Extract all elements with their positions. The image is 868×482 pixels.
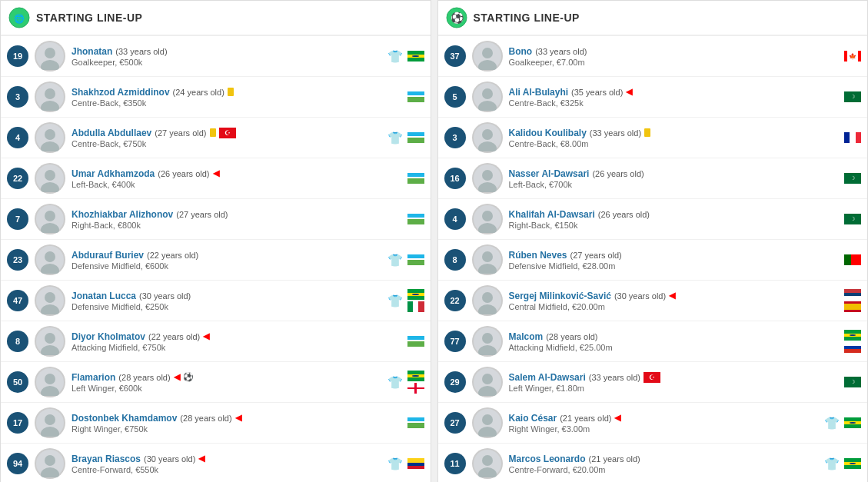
player-name[interactable]: Bono (509, 46, 533, 57)
player-action-icons: 👕 (387, 131, 403, 145)
player-age: (21 years old) (589, 454, 640, 464)
player-info: Bono (33 years old) Goalkeeper, €7.00m (509, 46, 837, 67)
red-arrow-icon: ◀ (614, 413, 620, 423)
svg-text:🌐: 🌐 (14, 13, 25, 24)
team-logo: ⚽ (446, 7, 467, 28)
flag-br (407, 371, 424, 381)
player-name[interactable]: Kaio César (509, 413, 557, 424)
player-name[interactable]: Ali Al-Bulayhi (509, 87, 569, 98)
player-detail: Centre-Back, €325k (509, 98, 837, 108)
player-detail: Left Winger, €1.80m (509, 384, 837, 393)
shirt-icon: 👕 (387, 457, 403, 471)
player-name[interactable]: Khozhiakbar Alizhonov (72, 209, 173, 220)
player-number: 29 (444, 371, 466, 393)
player-flags: 🍁 (844, 51, 861, 61)
player-name[interactable]: Nasser Al-Dawsari (509, 168, 590, 179)
player-row: 94 Brayan Riascos (30 years old) ◀ Centr… (1, 444, 431, 482)
player-name[interactable]: Dostonbek Khamdamov (72, 413, 177, 424)
player-flags (407, 371, 424, 394)
player-avatar (472, 407, 503, 438)
player-age: (35 years old) (571, 88, 623, 97)
player-age: (22 years old) (147, 251, 198, 260)
player-info: Ali Al-Bulayhi (35 years old) ◀ Centre-B… (509, 87, 837, 108)
player-detail: Right Winger, €750k (72, 424, 400, 434)
player-name[interactable]: Shakhzod Azmiddinov (72, 87, 170, 98)
player-age: (33 years old) (590, 128, 641, 138)
player-info: Kalidou Koulibaly (33 years old) Centre-… (509, 128, 837, 148)
player-action-icons: 👕 (387, 375, 403, 390)
player-flags (407, 458, 424, 469)
shirt-icon: 👕 (824, 416, 840, 430)
player-name[interactable]: Sergej Milinković-Savić (509, 291, 611, 301)
player-name[interactable]: Diyor Kholmatov (72, 331, 145, 342)
player-flags (844, 330, 861, 353)
player-info: Nasser Al-Dawsari (26 years old) Left-Ba… (509, 168, 837, 189)
svg-point-41 (482, 88, 493, 99)
player-row: 27 Kaio César (21 years old) ◀ Right Win… (438, 403, 868, 444)
player-name[interactable]: Khalifah Al-Dawsari (509, 209, 595, 220)
player-number: 4 (444, 208, 466, 230)
player-row: 17 Dostonbek Khamdamov (28 years old) ◀ … (1, 403, 431, 444)
player-name[interactable]: Umar Adkhamzoda (72, 168, 155, 179)
player-flags (407, 254, 424, 265)
player-name[interactable]: Flamarion (72, 372, 115, 383)
svg-point-56 (482, 292, 493, 303)
player-age: (27 years old) (155, 128, 206, 138)
red-arrow-icon: ◀ (669, 291, 675, 301)
player-age: (24 years old) (173, 88, 224, 97)
svg-point-21 (45, 292, 55, 303)
player-detail: Right-Back, €150k (509, 221, 837, 230)
flag-uz (407, 214, 424, 224)
player-age: (26 years old) (592, 169, 644, 178)
player-detail: Centre-Back, €8.00m (509, 139, 837, 148)
player-detail: Centre-Forward, €20.00m (509, 465, 822, 474)
player-flags: ☽ (844, 377, 861, 387)
red-arrow-icon: ◀ (213, 168, 219, 178)
flag-br (844, 330, 861, 341)
player-name[interactable]: Kalidou Koulibaly (509, 128, 587, 138)
flag-tr: ☪ (644, 372, 660, 383)
player-detail: Centre-Forward, €550k (72, 465, 384, 474)
player-age: (30 years old) (139, 291, 191, 301)
player-row: 50 Flamarion (28 years old) ◀⚽ Left Wing… (1, 362, 431, 403)
player-avatar (35, 122, 65, 153)
player-number: 3 (7, 86, 28, 108)
flag-uz (407, 173, 424, 184)
player-name[interactable]: Brayan Riascos (72, 454, 141, 464)
player-flags (844, 458, 861, 469)
player-info: Marcos Leonardo (21 years old) Centre-Fo… (509, 454, 822, 474)
player-avatar (472, 326, 503, 357)
player-name[interactable]: Marcos Leonardo (509, 454, 586, 464)
player-name[interactable]: Jonatan Lucca (72, 291, 136, 301)
player-name[interactable]: Abdulla Abdullaev (72, 128, 151, 138)
player-name[interactable]: Abdurauf Buriev (72, 250, 144, 261)
flag-sa: ☽ (844, 377, 861, 387)
svg-point-9 (45, 129, 55, 140)
player-row: 3 Shakhzod Azmiddinov (24 years old) Cen… (1, 77, 431, 118)
player-name[interactable]: Malcom (509, 331, 544, 342)
player-name[interactable]: Jhonatan (72, 46, 112, 57)
svg-point-33 (45, 455, 55, 466)
flag-co (407, 458, 424, 469)
player-number: 8 (444, 249, 466, 271)
player-detail: Defensive Midfield, €250k (72, 302, 384, 311)
svg-point-47 (482, 170, 493, 181)
player-row: 8 Diyor Kholmatov (22 years old) ◀ Attac… (1, 321, 431, 362)
player-row: 4 Khalifah Al-Dawsari (26 years old) Rig… (438, 199, 868, 240)
player-row: 19 Jhonatan (33 years old) Goalkeeper, €… (1, 36, 431, 77)
player-name[interactable]: Salem Al-Dawsari (509, 372, 586, 383)
player-name[interactable]: Rúben Neves (509, 250, 567, 261)
team-logo: 🌐 (8, 7, 30, 28)
yellow-card-icon (644, 128, 650, 137)
player-detail: Goalkeeper, €7.00m (509, 58, 837, 67)
player-detail: Centre-Back, €350k (72, 98, 400, 108)
player-avatar (35, 285, 65, 316)
player-info: Jhonatan (33 years old) Goalkeeper, €500… (72, 46, 384, 67)
red-arrow-icon: ◀ (235, 413, 241, 423)
player-number: 37 (444, 45, 466, 67)
flag-br (407, 289, 424, 300)
player-row: 47 Jonatan Lucca (30 years old) Defensiv… (1, 281, 431, 321)
player-row: 37 Bono (33 years old) Goalkeeper, €7.00… (438, 36, 868, 77)
player-row: 7 Khozhiakbar Alizhonov (27 years old) R… (1, 199, 431, 240)
player-action-icons: 👕 (387, 294, 403, 308)
